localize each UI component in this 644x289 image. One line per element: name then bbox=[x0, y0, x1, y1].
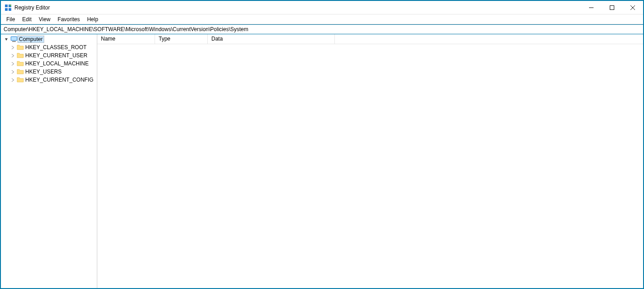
app-icon bbox=[5, 4, 12, 11]
menubar: File Edit View Favorites Help bbox=[1, 14, 643, 24]
menu-edit[interactable]: Edit bbox=[18, 15, 35, 23]
menu-view[interactable]: View bbox=[35, 15, 54, 23]
chevron-right-icon[interactable] bbox=[10, 54, 15, 58]
svg-rect-2 bbox=[5, 8, 8, 11]
tree-node-hkcr[interactable]: HKEY_CLASSES_ROOT bbox=[7, 43, 97, 51]
menu-favorites[interactable]: Favorites bbox=[54, 15, 83, 23]
svg-rect-3 bbox=[9, 8, 11, 11]
svg-point-4 bbox=[9, 5, 11, 6]
svg-rect-11 bbox=[12, 41, 16, 42]
svg-rect-0 bbox=[5, 5, 8, 7]
content-area: Computer HKEY_CLASSES_ROOT HKEY_CURRE bbox=[1, 34, 643, 288]
address-input[interactable] bbox=[1, 25, 643, 34]
list-header: Name Type Data bbox=[97, 34, 643, 44]
tree-label: HKEY_CURRENT_USER bbox=[25, 52, 87, 59]
tree-node-computer[interactable]: Computer bbox=[1, 35, 97, 43]
menu-file[interactable]: File bbox=[3, 15, 18, 23]
column-data[interactable]: Data bbox=[208, 34, 335, 44]
tree-label-computer: Computer bbox=[19, 36, 43, 42]
chevron-right-icon[interactable] bbox=[10, 70, 15, 74]
tree-label: HKEY_USERS bbox=[25, 69, 62, 75]
computer-icon bbox=[10, 36, 18, 43]
close-button[interactable] bbox=[622, 1, 643, 14]
tree-label: HKEY_LOCAL_MACHINE bbox=[25, 60, 89, 67]
tree-children: HKEY_CLASSES_ROOT HKEY_CURRENT_USER HKEY bbox=[1, 43, 97, 84]
folder-icon bbox=[17, 76, 24, 83]
tree-pane[interactable]: Computer HKEY_CLASSES_ROOT HKEY_CURRE bbox=[1, 34, 97, 288]
tree-node-hkcc[interactable]: HKEY_CURRENT_CONFIG bbox=[7, 76, 97, 84]
list-pane[interactable]: Name Type Data bbox=[97, 34, 643, 288]
chevron-right-icon[interactable] bbox=[10, 46, 15, 50]
folder-icon bbox=[17, 60, 24, 67]
folder-icon bbox=[17, 68, 24, 75]
minimize-button[interactable] bbox=[581, 1, 602, 14]
svg-rect-10 bbox=[11, 37, 17, 40]
folder-icon bbox=[17, 44, 24, 51]
chevron-right-icon[interactable] bbox=[10, 62, 15, 66]
folder-icon bbox=[17, 52, 24, 59]
svg-rect-6 bbox=[610, 5, 614, 9]
window-controls bbox=[581, 1, 643, 14]
tree-label: HKEY_CURRENT_CONFIG bbox=[25, 77, 93, 83]
menu-help[interactable]: Help bbox=[83, 15, 102, 23]
column-name[interactable]: Name bbox=[97, 34, 155, 44]
tree-label: HKEY_CLASSES_ROOT bbox=[25, 44, 87, 50]
tree-node-hkcu[interactable]: HKEY_CURRENT_USER bbox=[7, 51, 97, 60]
address-bar bbox=[1, 24, 643, 34]
titlebar: Registry Editor bbox=[1, 1, 643, 14]
maximize-button[interactable] bbox=[602, 1, 622, 14]
chevron-down-icon[interactable] bbox=[4, 37, 9, 41]
tree-node-hku[interactable]: HKEY_USERS bbox=[7, 68, 97, 76]
chevron-right-icon[interactable] bbox=[10, 78, 15, 82]
window-title: Registry Editor bbox=[14, 5, 581, 11]
column-type[interactable]: Type bbox=[155, 34, 208, 44]
tree-node-hklm[interactable]: HKEY_LOCAL_MACHINE bbox=[7, 60, 97, 68]
